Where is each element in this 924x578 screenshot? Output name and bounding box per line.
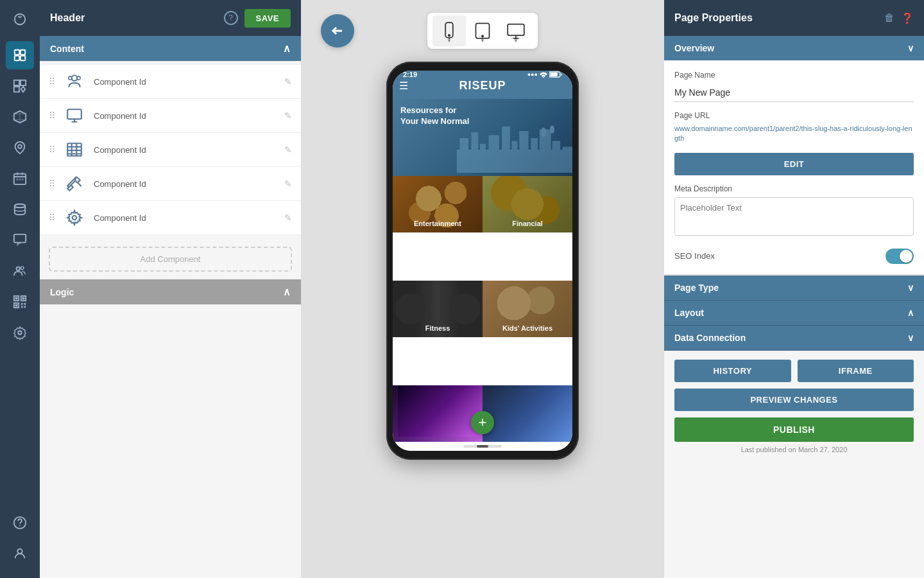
history-button[interactable]: HISTORY <box>674 360 791 382</box>
svg-point-37 <box>73 216 77 220</box>
logic-section: Logic ∧ <box>40 279 301 304</box>
person-component-icon <box>63 70 86 93</box>
sidebar-item-chat[interactable] <box>6 226 34 254</box>
financial-cell: Financial <box>483 176 572 232</box>
right-panel-title: Page Properties <box>674 12 878 24</box>
right-panel-help-icon[interactable]: ❓ <box>901 12 914 24</box>
component-id-label: Component Id <box>94 179 277 189</box>
svg-rect-55 <box>502 127 510 173</box>
sidebar-item-settings[interactable] <box>6 319 34 347</box>
svg-rect-2 <box>21 50 25 55</box>
component-list: ⠿ Component Id ✎ ⠿ Component Id ✎ ⠿ Comp… <box>40 61 301 239</box>
component-row[interactable]: ⠿ Component Id ✎ <box>40 167 301 201</box>
publish-button[interactable]: PUBLISH <box>674 417 914 442</box>
svg-rect-26 <box>24 306 26 308</box>
sidebar-item-calendar[interactable] <box>6 164 34 193</box>
layout-chevron-icon: ∧ <box>907 308 914 318</box>
component-edit-icon[interactable]: ✎ <box>284 213 292 223</box>
sidebar-item-location[interactable] <box>6 134 34 162</box>
page-type-chevron-icon: ∨ <box>907 283 914 293</box>
svg-rect-57 <box>519 131 528 173</box>
content-section-header[interactable]: Content ∧ <box>40 36 301 61</box>
page-url-value: www.domainname.com/parent1/parent2/this-… <box>674 124 914 144</box>
right-panel-header-icons: 🗑 ❓ <box>884 12 914 24</box>
data-connection-section-header[interactable]: Data Connection ∨ <box>664 326 924 351</box>
drag-handle-icon[interactable]: ⠿ <box>49 76 55 87</box>
seo-toggle[interactable] <box>886 249 914 264</box>
bottom-actions: HISTORY IFRAME PREVIEW CHANGES PUBLISH L… <box>664 351 924 459</box>
save-button[interactable]: SAVE <box>244 9 291 28</box>
svg-point-32 <box>69 76 72 80</box>
preview-changes-button[interactable]: PREVIEW CHANGES <box>674 389 914 411</box>
sidebar-item-users[interactable] <box>6 257 34 285</box>
component-edit-icon[interactable]: ✎ <box>284 144 292 155</box>
add-component-button[interactable]: Add Component <box>49 247 292 272</box>
component-edit-icon[interactable]: ✎ <box>284 110 292 121</box>
sidebar-item-database[interactable] <box>6 195 34 223</box>
overview-label: Overview <box>674 43 714 53</box>
back-button[interactable] <box>321 14 354 48</box>
mobile-device-button[interactable]: ▼ <box>432 15 466 46</box>
content-chevron-icon: ∧ <box>283 42 291 55</box>
panel-title: Header <box>50 12 218 24</box>
svg-point-39 <box>449 35 450 36</box>
layout-section-header[interactable]: Layout ∧ <box>664 301 924 326</box>
component-edit-icon[interactable]: ✎ <box>284 76 292 87</box>
svg-rect-22 <box>15 304 18 307</box>
desktop-device-button[interactable]: ▼ <box>499 15 533 46</box>
iframe-button[interactable]: IFRAME <box>798 360 914 382</box>
tools-component-icon <box>63 172 86 195</box>
component-row[interactable]: ⠿ Component Id ✎ <box>40 133 301 167</box>
panel-help-icon[interactable]: ? <box>224 11 238 25</box>
svg-rect-23 <box>21 303 23 305</box>
collapsible-sections: Page Type ∨ Layout ∧ Data Connection ∨ <box>664 275 924 351</box>
sidebar-item-qr[interactable] <box>6 288 34 316</box>
tablet-device-button[interactable]: ▼ <box>466 15 499 46</box>
bottom-cell-left <box>393 385 483 442</box>
drag-handle-icon[interactable]: ⠿ <box>49 144 55 155</box>
overview-section-header[interactable]: Overview ∨ <box>664 36 924 60</box>
bottom-row: + <box>393 385 572 442</box>
sidebar-item-components[interactable] <box>6 72 34 100</box>
trash-icon[interactable]: 🗑 <box>884 12 894 24</box>
svg-rect-7 <box>14 87 19 92</box>
component-row[interactable]: ⠿ Component Id ✎ <box>40 201 301 235</box>
phone-screen: ☰ RISEUP Resources for Your New Normal <box>393 71 572 451</box>
component-edit-icon[interactable]: ✎ <box>284 179 292 189</box>
svg-point-63 <box>550 125 554 134</box>
drag-handle-icon[interactable]: ⠿ <box>49 110 55 121</box>
data-connection-label: Data Connection <box>674 333 746 343</box>
mobile-chevron-icon: ▼ <box>447 38 452 44</box>
component-row[interactable]: ⠿ Component Id ✎ <box>40 65 301 99</box>
sidebar-item-blocks[interactable] <box>6 103 34 131</box>
right-panel-header: Page Properties 🗑 ❓ <box>664 0 924 36</box>
svg-rect-61 <box>563 147 572 173</box>
sidebar-item-profile[interactable] <box>6 539 34 568</box>
table-component-icon <box>63 138 86 161</box>
logic-section-header[interactable]: Logic ∧ <box>40 279 301 304</box>
svg-rect-53 <box>480 144 486 173</box>
phone-frame: 2:19 ●●● ☰ RISEUP Resour <box>386 62 579 460</box>
kids-cell: Kids' Activities <box>483 281 572 337</box>
overview-chevron-icon: ∨ <box>907 43 914 53</box>
page-type-section-header[interactable]: Page Type ∨ <box>664 276 924 301</box>
page-name-value: My New Page <box>674 83 914 102</box>
sidebar-item-pages[interactable] <box>6 41 34 69</box>
panel-header: Header ? SAVE <box>40 0 301 36</box>
component-id-label: Component Id <box>94 145 277 155</box>
component-row[interactable]: ⠿ Component Id ✎ <box>40 99 301 133</box>
overview-content: Page Name My New Page Page URL www.domai… <box>664 60 924 275</box>
phone-mockup: 2:19 ●●● ☰ RISEUP Resour <box>386 62 579 460</box>
seo-row: SEO Index <box>674 249 914 264</box>
meta-description-textarea[interactable] <box>674 197 914 236</box>
sidebar-item-help[interactable] <box>6 509 34 537</box>
edit-button[interactable]: EDIT <box>674 153 914 175</box>
drag-handle-icon[interactable]: ⠿ <box>49 179 55 189</box>
drag-handle-icon[interactable]: ⠿ <box>49 213 55 223</box>
app-logo-icon[interactable] <box>6 5 34 33</box>
fab-button[interactable]: + <box>471 411 494 434</box>
hero-silhouette-icon <box>457 112 572 176</box>
svg-point-29 <box>19 525 21 527</box>
app-menu-icon: ☰ <box>399 80 408 92</box>
logic-section-label: Logic <box>50 287 74 297</box>
